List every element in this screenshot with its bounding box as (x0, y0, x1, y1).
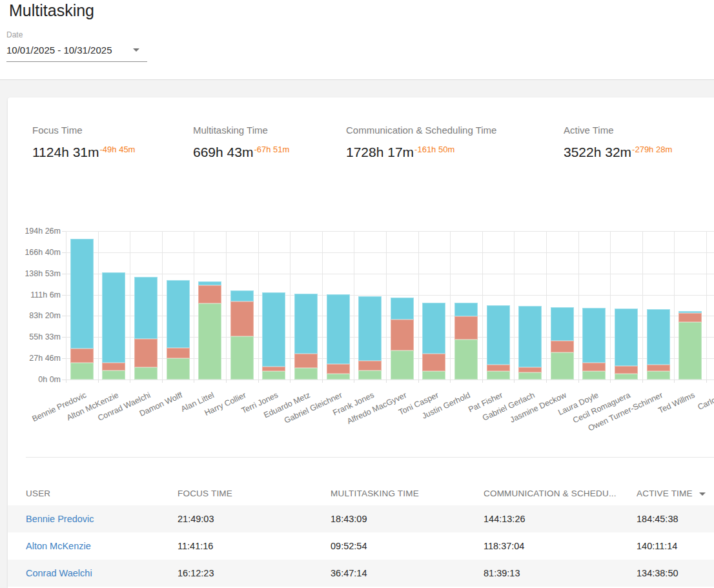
bar-segment-communication[interactable] (167, 280, 190, 348)
column-header-active-time[interactable]: ACTIVE TIME (637, 482, 709, 505)
bar-segment-multitasking[interactable] (454, 316, 478, 340)
bar-segment-communication[interactable] (102, 272, 125, 363)
cell-user: Conrad Waelchi (26, 560, 171, 587)
x-axis-tick (578, 380, 579, 383)
bar-segment-communication[interactable] (294, 294, 318, 354)
bar-segment-focus[interactable] (167, 358, 190, 380)
gridline-vertical (514, 231, 515, 380)
bar-segment-focus[interactable] (230, 336, 254, 380)
x-axis-tick (674, 380, 675, 383)
stat-value: 3522h 32m-279h 28m (564, 145, 672, 160)
bar-segment-multitasking[interactable] (262, 367, 285, 371)
bar-segment-multitasking[interactable] (391, 319, 414, 350)
bar-segment-focus[interactable] (647, 371, 670, 380)
column-header-focus-time[interactable]: FOCUS TIME (178, 482, 324, 505)
bar-segment-communication[interactable] (551, 307, 574, 341)
bar-segment-multitasking[interactable] (647, 365, 670, 371)
bar-segment-multitasking[interactable] (134, 339, 158, 367)
bar-segment-focus[interactable] (454, 340, 478, 380)
table-row: Conrad Waelchi16:12:2336:47:1481:39:1313… (8, 560, 714, 587)
y-axis-tick-label: 55h 33m (8, 332, 61, 342)
stat-delta: -279h 28m (632, 145, 672, 154)
x-axis-tick (706, 380, 707, 383)
bar-segment-communication[interactable] (391, 298, 414, 320)
gridline-horizontal (66, 274, 714, 274)
bar-segment-multitasking[interactable] (487, 365, 510, 371)
bar-segment-communication[interactable] (615, 309, 638, 365)
bar-segment-communication[interactable] (582, 308, 606, 363)
multitasking-dashboard: { "page": { "title": "Multitasking" }, "… (0, 0, 714, 588)
stat-value: 1728h 17m-161h 50m (346, 145, 454, 160)
bar-segment-focus[interactable] (198, 303, 221, 380)
bar-segment-communication[interactable] (454, 303, 478, 316)
column-header-multitasking-time[interactable]: MULTITASKING TIME (331, 482, 477, 505)
bar-segment-focus[interactable] (358, 370, 382, 380)
bar-segment-communication[interactable] (422, 303, 445, 354)
bar-segment-communication[interactable] (70, 239, 94, 349)
cell-user: Bennie Predovic (26, 505, 171, 532)
bar-segment-focus[interactable] (134, 367, 158, 380)
bar-segment-communication[interactable] (230, 290, 254, 302)
bar-segment-focus[interactable] (70, 363, 94, 380)
bar-segment-multitasking[interactable] (102, 363, 125, 370)
bar-segment-multitasking[interactable] (615, 366, 638, 374)
y-axis-tick-label: 0h 0m (8, 374, 61, 385)
bar-segment-focus[interactable] (582, 371, 606, 380)
bar-segment-multitasking[interactable] (422, 354, 445, 371)
bar-segment-focus[interactable] (615, 374, 638, 380)
stat-value: 669h 43m-67h 51m (193, 145, 289, 160)
x-axis-tick (386, 380, 387, 383)
bar-segment-communication[interactable] (327, 294, 350, 364)
bar-segment-focus[interactable] (678, 322, 702, 380)
user-link[interactable]: Bennie Predovic (26, 514, 94, 524)
bar-segment-communication[interactable] (134, 277, 158, 340)
y-axis-tick-label: 138h 53m (8, 269, 61, 279)
bar-segment-communication[interactable] (678, 311, 702, 313)
date-filter-label: Date (6, 30, 147, 39)
stat-value-text: 669h 43m (193, 145, 253, 159)
stat-focus-time: Focus Time 1124h 31m-49h 45m (32, 125, 83, 136)
bar-segment-multitasking[interactable] (167, 348, 190, 359)
date-filter: Date 10/01/2025 - 10/31/2025 (6, 30, 147, 62)
bar-segment-multitasking[interactable] (551, 341, 574, 352)
bar-segment-multitasking[interactable] (358, 361, 382, 370)
bar-segment-communication[interactable] (647, 309, 670, 365)
bar-segment-focus[interactable] (262, 371, 285, 380)
x-axis-tick (450, 380, 451, 383)
gridline-vertical (706, 231, 707, 380)
bar-segment-focus[interactable] (327, 374, 350, 380)
cell-active-time: 184:45:38 (637, 505, 709, 532)
bar-segment-communication[interactable] (518, 306, 542, 367)
gridline-vertical (450, 231, 451, 380)
bar-segment-multitasking[interactable] (582, 363, 606, 371)
bar-segment-focus[interactable] (391, 350, 414, 380)
user-link[interactable]: Alton McKenzie (26, 541, 91, 551)
bar-segment-multitasking[interactable] (294, 354, 318, 368)
y-axis-tick-label: 111h 6m (8, 290, 61, 300)
bar-segment-focus[interactable] (422, 371, 445, 380)
bar-segment-multitasking[interactable] (70, 349, 94, 363)
y-axis-tick-label: 27h 46m (8, 353, 61, 363)
column-header-communication-scheduling-time[interactable]: COMMUNICATION & SCHEDU... (484, 482, 630, 505)
bar-segment-focus[interactable] (294, 368, 318, 380)
bar-segment-focus[interactable] (551, 352, 574, 380)
x-axis-tick (514, 380, 515, 383)
stacked-bar-chart: 0h 0m27h 46m55h 33m83h 20m111h 6m138h 53… (66, 231, 714, 380)
column-header-user[interactable]: USER (26, 482, 171, 505)
user-link[interactable]: Conrad Waelchi (26, 568, 92, 578)
bar-segment-multitasking[interactable] (198, 285, 221, 303)
bar-segment-communication[interactable] (487, 305, 510, 365)
bar-segment-focus[interactable] (518, 372, 542, 380)
bar-segment-communication[interactable] (358, 296, 382, 361)
gridline-vertical (66, 231, 66, 380)
bar-segment-focus[interactable] (487, 371, 510, 380)
bar-segment-multitasking[interactable] (230, 301, 254, 336)
x-axis-tick (226, 380, 227, 383)
bar-segment-multitasking[interactable] (518, 367, 542, 372)
bar-segment-multitasking[interactable] (678, 313, 702, 322)
date-range-select[interactable]: 10/01/2025 - 10/31/2025 (6, 45, 147, 62)
bar-segment-communication[interactable] (198, 281, 221, 285)
bar-segment-multitasking[interactable] (327, 364, 350, 374)
bar-segment-communication[interactable] (262, 292, 285, 367)
bar-segment-focus[interactable] (102, 370, 125, 380)
